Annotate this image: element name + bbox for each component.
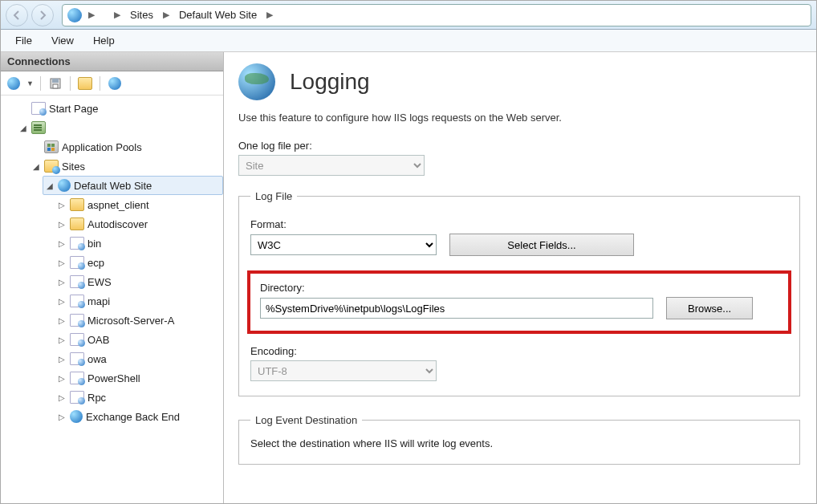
expand-icon[interactable]: ▷ <box>57 392 67 402</box>
expand-icon[interactable]: ▷ <box>57 200 67 209</box>
tree-item[interactable]: ▷bin <box>55 234 223 253</box>
website-icon <box>70 410 83 423</box>
tree-item[interactable]: ▷EWS <box>55 272 223 291</box>
log-dest-text: Select the destination where IIS will wr… <box>250 437 788 449</box>
tree-label: Microsoft-Server-A <box>87 315 174 327</box>
app-icon <box>70 295 84 307</box>
directory-label: Directory: <box>260 282 778 294</box>
folder-icon <box>78 77 92 90</box>
server-icon <box>31 121 46 134</box>
collapse-icon[interactable]: ◢ <box>45 181 55 190</box>
chevron-right-icon: ▶ <box>161 10 171 20</box>
refresh-button[interactable] <box>107 75 123 91</box>
tree-item-app-pools[interactable]: Application Pools <box>30 137 223 156</box>
tree-label: Rpc <box>87 392 106 404</box>
blank-twisty <box>31 142 41 152</box>
expand-icon[interactable]: ▷ <box>57 238 67 248</box>
folder-icon <box>70 198 84 211</box>
browse-button[interactable]: Browse... <box>666 297 753 319</box>
tree-item[interactable]: ▷OAB <box>55 330 223 349</box>
breadcrumb-segment[interactable] <box>101 14 108 17</box>
connections-toolbar: ▼ <box>1 71 223 96</box>
tree-label: Exchange Back End <box>86 411 180 423</box>
expand-icon[interactable]: ▷ <box>57 412 67 421</box>
breadcrumb-segment[interactable]: Default Web Site <box>176 7 260 22</box>
select-fields-button[interactable]: Select Fields... <box>449 234 634 256</box>
logging-icon <box>238 63 275 100</box>
tree-label: bin <box>87 238 101 250</box>
address-bar: ▶ ▶ Sites ▶ Default Web Site ▶ <box>1 1 816 30</box>
forward-button[interactable] <box>31 4 54 26</box>
menu-help[interactable]: Help <box>85 31 123 50</box>
tree-label: owa <box>87 353 107 365</box>
expand-icon[interactable]: ▷ <box>57 219 67 229</box>
separator <box>40 76 41 91</box>
tree-item-default-web-site[interactable]: ◢ Default Web Site <box>43 176 223 195</box>
breadcrumb[interactable]: ▶ ▶ Sites ▶ Default Web Site ▶ <box>62 4 811 26</box>
log-file-group: Log File Format: W3C Select Fields... Di… <box>238 190 800 396</box>
iis-manager-window: ▶ ▶ Sites ▶ Default Web Site ▶ File View… <box>0 0 817 504</box>
svg-rect-2 <box>53 84 58 88</box>
app-pools-icon <box>44 140 59 153</box>
connections-header: Connections <box>1 52 223 71</box>
tree-label: Default Web Site <box>74 180 152 192</box>
expand-icon[interactable]: ▷ <box>57 258 67 267</box>
tree-label: Autodiscover <box>87 218 148 230</box>
blank-twisty <box>18 104 28 113</box>
tree-label: OAB <box>87 334 109 346</box>
save-button[interactable] <box>47 75 63 91</box>
tree-item-server[interactable]: ◢ <box>17 118 223 137</box>
chevron-down-icon: ▼ <box>26 79 34 87</box>
expand-icon[interactable]: ▷ <box>57 315 67 325</box>
feature-content: Logging Use this feature to configure ho… <box>224 52 816 503</box>
app-icon <box>70 314 84 327</box>
tree-item[interactable]: ▷aspnet_client <box>55 195 223 214</box>
tree-item[interactable]: ▷Autodiscover <box>55 214 223 234</box>
collapse-icon[interactable]: ◢ <box>18 123 28 132</box>
tree-item[interactable]: ▷Exchange Back End <box>55 407 223 426</box>
expand-icon[interactable]: ▷ <box>57 335 67 344</box>
globe-icon <box>7 77 20 90</box>
tree-label: PowerShell <box>87 372 140 384</box>
app-icon <box>70 333 84 346</box>
tree-item[interactable]: ▷Microsoft-Server-A <box>55 311 223 330</box>
expand-icon[interactable]: ▷ <box>57 277 67 287</box>
svg-rect-1 <box>52 79 59 83</box>
tree-item[interactable]: ▷Rpc <box>55 388 223 407</box>
encoding-select[interactable]: UTF-8 <box>250 360 437 381</box>
one-log-per-select[interactable]: Site <box>238 155 425 176</box>
tree-item[interactable]: ▷owa <box>55 349 223 368</box>
expand-icon[interactable]: ▷ <box>57 354 67 364</box>
tree-item[interactable]: ▷mapi <box>55 291 223 311</box>
collapse-icon[interactable]: ◢ <box>31 161 41 171</box>
open-folder-button[interactable] <box>77 75 93 91</box>
connect-button[interactable] <box>6 75 22 91</box>
tree-label: Start Page <box>49 103 98 115</box>
chevron-right-icon: ▶ <box>265 10 274 20</box>
menu-file[interactable]: File <box>7 31 40 50</box>
tree-label: EWS <box>87 276 112 288</box>
tree-label: mapi <box>87 295 110 307</box>
connections-panel: Connections ▼ <box>1 52 224 503</box>
expand-icon[interactable]: ▷ <box>57 296 67 306</box>
arrow-left-icon <box>12 10 22 20</box>
tree-item-sites[interactable]: ◢ Sites <box>30 156 223 176</box>
tree-item[interactable]: ▷ecp <box>55 253 223 272</box>
expand-icon[interactable]: ▷ <box>57 373 67 383</box>
tree-item[interactable]: ▷PowerShell <box>55 368 223 388</box>
page-title: Logging <box>290 69 370 95</box>
tree-item-start-page[interactable]: Start Page <box>17 99 223 118</box>
back-button[interactable] <box>6 4 28 26</box>
app-icon <box>70 391 84 404</box>
separator <box>70 76 71 91</box>
tree-label: aspnet_client <box>87 199 149 211</box>
tree-label: ecp <box>87 257 104 269</box>
format-select[interactable]: W3C <box>250 234 437 255</box>
chevron-right-icon: ▶ <box>87 10 96 20</box>
breadcrumb-segment[interactable]: Sites <box>127 7 156 22</box>
separator <box>100 76 100 91</box>
menu-view[interactable]: View <box>43 31 82 50</box>
start-page-icon <box>31 102 46 115</box>
app-icon <box>70 275 84 288</box>
directory-input[interactable] <box>260 298 653 319</box>
